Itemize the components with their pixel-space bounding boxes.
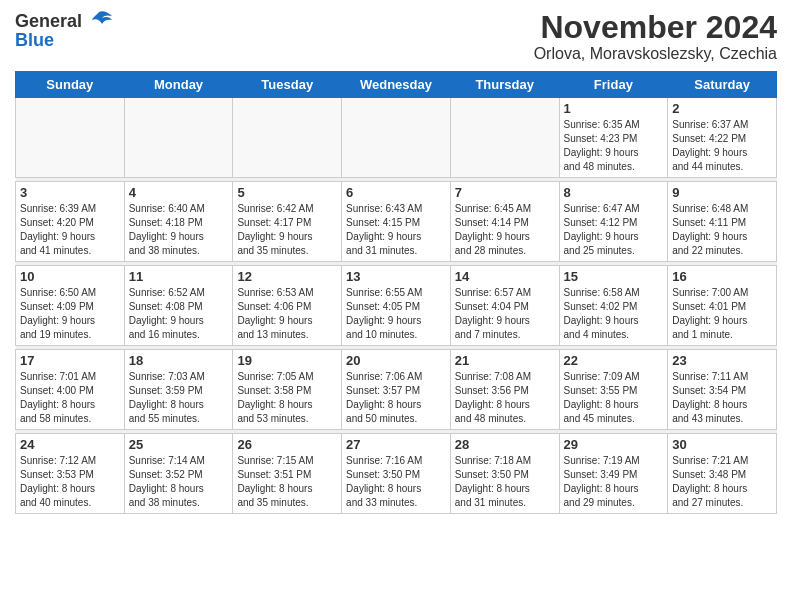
calendar-cell: 24Sunrise: 7:12 AM Sunset: 3:53 PM Dayli… xyxy=(16,434,125,514)
day-info: Sunrise: 6:50 AM Sunset: 4:09 PM Dayligh… xyxy=(20,286,120,342)
day-number: 25 xyxy=(129,437,229,452)
calendar-cell: 13Sunrise: 6:55 AM Sunset: 4:05 PM Dayli… xyxy=(342,266,451,346)
calendar-cell: 7Sunrise: 6:45 AM Sunset: 4:14 PM Daylig… xyxy=(450,182,559,262)
calendar-cell: 25Sunrise: 7:14 AM Sunset: 3:52 PM Dayli… xyxy=(124,434,233,514)
day-number: 10 xyxy=(20,269,120,284)
day-number: 17 xyxy=(20,353,120,368)
calendar-cell: 30Sunrise: 7:21 AM Sunset: 3:48 PM Dayli… xyxy=(668,434,777,514)
day-info: Sunrise: 6:42 AM Sunset: 4:17 PM Dayligh… xyxy=(237,202,337,258)
day-number: 1 xyxy=(564,101,664,116)
day-info: Sunrise: 7:08 AM Sunset: 3:56 PM Dayligh… xyxy=(455,370,555,426)
day-number: 4 xyxy=(129,185,229,200)
day-info: Sunrise: 7:15 AM Sunset: 3:51 PM Dayligh… xyxy=(237,454,337,510)
calendar-cell: 23Sunrise: 7:11 AM Sunset: 3:54 PM Dayli… xyxy=(668,350,777,430)
day-of-week-friday: Friday xyxy=(559,72,668,98)
day-info: Sunrise: 6:52 AM Sunset: 4:08 PM Dayligh… xyxy=(129,286,229,342)
day-number: 2 xyxy=(672,101,772,116)
calendar-cell: 16Sunrise: 7:00 AM Sunset: 4:01 PM Dayli… xyxy=(668,266,777,346)
day-info: Sunrise: 6:53 AM Sunset: 4:06 PM Dayligh… xyxy=(237,286,337,342)
day-info: Sunrise: 7:01 AM Sunset: 4:00 PM Dayligh… xyxy=(20,370,120,426)
calendar-cell: 18Sunrise: 7:03 AM Sunset: 3:59 PM Dayli… xyxy=(124,350,233,430)
day-info: Sunrise: 7:18 AM Sunset: 3:50 PM Dayligh… xyxy=(455,454,555,510)
logo-bird-icon xyxy=(84,10,114,32)
day-info: Sunrise: 7:16 AM Sunset: 3:50 PM Dayligh… xyxy=(346,454,446,510)
calendar-cell: 9Sunrise: 6:48 AM Sunset: 4:11 PM Daylig… xyxy=(668,182,777,262)
calendar-cell: 11Sunrise: 6:52 AM Sunset: 4:08 PM Dayli… xyxy=(124,266,233,346)
day-number: 26 xyxy=(237,437,337,452)
day-of-week-tuesday: Tuesday xyxy=(233,72,342,98)
day-number: 13 xyxy=(346,269,446,284)
calendar-cell xyxy=(16,98,125,178)
calendar-cell: 14Sunrise: 6:57 AM Sunset: 4:04 PM Dayli… xyxy=(450,266,559,346)
calendar-cell: 21Sunrise: 7:08 AM Sunset: 3:56 PM Dayli… xyxy=(450,350,559,430)
day-of-week-saturday: Saturday xyxy=(668,72,777,98)
calendar: SundayMondayTuesdayWednesdayThursdayFrid… xyxy=(15,71,777,514)
day-info: Sunrise: 7:12 AM Sunset: 3:53 PM Dayligh… xyxy=(20,454,120,510)
day-of-week-sunday: Sunday xyxy=(16,72,125,98)
day-info: Sunrise: 6:35 AM Sunset: 4:23 PM Dayligh… xyxy=(564,118,664,174)
calendar-week-3: 10Sunrise: 6:50 AM Sunset: 4:09 PM Dayli… xyxy=(16,266,777,346)
day-number: 11 xyxy=(129,269,229,284)
day-info: Sunrise: 7:00 AM Sunset: 4:01 PM Dayligh… xyxy=(672,286,772,342)
day-number: 20 xyxy=(346,353,446,368)
calendar-cell: 19Sunrise: 7:05 AM Sunset: 3:58 PM Dayli… xyxy=(233,350,342,430)
day-number: 6 xyxy=(346,185,446,200)
calendar-cell: 3Sunrise: 6:39 AM Sunset: 4:20 PM Daylig… xyxy=(16,182,125,262)
day-info: Sunrise: 6:58 AM Sunset: 4:02 PM Dayligh… xyxy=(564,286,664,342)
day-info: Sunrise: 7:05 AM Sunset: 3:58 PM Dayligh… xyxy=(237,370,337,426)
day-of-week-monday: Monday xyxy=(124,72,233,98)
calendar-week-2: 3Sunrise: 6:39 AM Sunset: 4:20 PM Daylig… xyxy=(16,182,777,262)
day-info: Sunrise: 6:40 AM Sunset: 4:18 PM Dayligh… xyxy=(129,202,229,258)
day-of-week-thursday: Thursday xyxy=(450,72,559,98)
day-number: 9 xyxy=(672,185,772,200)
day-number: 5 xyxy=(237,185,337,200)
calendar-cell: 10Sunrise: 6:50 AM Sunset: 4:09 PM Dayli… xyxy=(16,266,125,346)
calendar-cell: 8Sunrise: 6:47 AM Sunset: 4:12 PM Daylig… xyxy=(559,182,668,262)
day-info: Sunrise: 7:06 AM Sunset: 3:57 PM Dayligh… xyxy=(346,370,446,426)
calendar-cell: 27Sunrise: 7:16 AM Sunset: 3:50 PM Dayli… xyxy=(342,434,451,514)
calendar-cell xyxy=(233,98,342,178)
calendar-cell: 4Sunrise: 6:40 AM Sunset: 4:18 PM Daylig… xyxy=(124,182,233,262)
day-info: Sunrise: 7:19 AM Sunset: 3:49 PM Dayligh… xyxy=(564,454,664,510)
subtitle: Orlova, Moravskoslezsky, Czechia xyxy=(534,45,777,63)
day-number: 19 xyxy=(237,353,337,368)
day-info: Sunrise: 7:14 AM Sunset: 3:52 PM Dayligh… xyxy=(129,454,229,510)
day-number: 14 xyxy=(455,269,555,284)
day-info: Sunrise: 6:37 AM Sunset: 4:22 PM Dayligh… xyxy=(672,118,772,174)
calendar-cell: 17Sunrise: 7:01 AM Sunset: 4:00 PM Dayli… xyxy=(16,350,125,430)
day-number: 21 xyxy=(455,353,555,368)
header: General Blue November 2024 Orlova, Morav… xyxy=(15,10,777,63)
calendar-cell: 6Sunrise: 6:43 AM Sunset: 4:15 PM Daylig… xyxy=(342,182,451,262)
title-area: November 2024 Orlova, Moravskoslezsky, C… xyxy=(534,10,777,63)
day-number: 29 xyxy=(564,437,664,452)
calendar-cell: 2Sunrise: 6:37 AM Sunset: 4:22 PM Daylig… xyxy=(668,98,777,178)
day-number: 3 xyxy=(20,185,120,200)
day-number: 7 xyxy=(455,185,555,200)
calendar-cell: 22Sunrise: 7:09 AM Sunset: 3:55 PM Dayli… xyxy=(559,350,668,430)
calendar-cell: 29Sunrise: 7:19 AM Sunset: 3:49 PM Dayli… xyxy=(559,434,668,514)
day-number: 28 xyxy=(455,437,555,452)
main-title: November 2024 xyxy=(534,10,777,45)
calendar-cell: 5Sunrise: 6:42 AM Sunset: 4:17 PM Daylig… xyxy=(233,182,342,262)
day-info: Sunrise: 6:48 AM Sunset: 4:11 PM Dayligh… xyxy=(672,202,772,258)
calendar-cell xyxy=(450,98,559,178)
day-number: 12 xyxy=(237,269,337,284)
day-number: 30 xyxy=(672,437,772,452)
day-number: 16 xyxy=(672,269,772,284)
calendar-cell: 15Sunrise: 6:58 AM Sunset: 4:02 PM Dayli… xyxy=(559,266,668,346)
day-info: Sunrise: 7:21 AM Sunset: 3:48 PM Dayligh… xyxy=(672,454,772,510)
day-of-week-wednesday: Wednesday xyxy=(342,72,451,98)
day-number: 24 xyxy=(20,437,120,452)
calendar-cell: 26Sunrise: 7:15 AM Sunset: 3:51 PM Dayli… xyxy=(233,434,342,514)
calendar-cell: 1Sunrise: 6:35 AM Sunset: 4:23 PM Daylig… xyxy=(559,98,668,178)
day-info: Sunrise: 6:55 AM Sunset: 4:05 PM Dayligh… xyxy=(346,286,446,342)
logo: General Blue xyxy=(15,10,114,51)
calendar-cell xyxy=(342,98,451,178)
day-info: Sunrise: 7:11 AM Sunset: 3:54 PM Dayligh… xyxy=(672,370,772,426)
day-number: 22 xyxy=(564,353,664,368)
calendar-cell: 28Sunrise: 7:18 AM Sunset: 3:50 PM Dayli… xyxy=(450,434,559,514)
day-number: 23 xyxy=(672,353,772,368)
day-number: 8 xyxy=(564,185,664,200)
calendar-cell: 12Sunrise: 6:53 AM Sunset: 4:06 PM Dayli… xyxy=(233,266,342,346)
day-info: Sunrise: 6:43 AM Sunset: 4:15 PM Dayligh… xyxy=(346,202,446,258)
